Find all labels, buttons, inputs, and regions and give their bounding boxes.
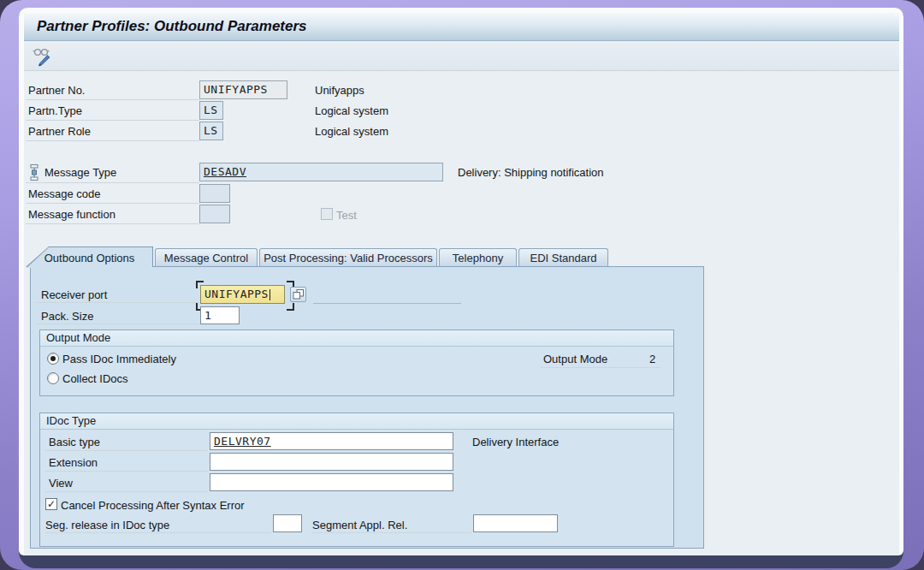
output-mode-group-title: Output Mode [40,330,673,347]
partner-no-field[interactable]: UNIFYAPPS [199,80,287,99]
partner-type-description: Logical system [315,104,388,117]
row-divider [45,471,208,472]
sap-window: Partner Profiles: Outbound Parameters [19,8,903,568]
focus-bracket [196,281,204,288]
basic-type-description: Delivery Interface [472,436,559,448]
possible-entries-icon[interactable] [290,287,306,302]
message-code-field[interactable] [199,184,230,203]
row-divider [35,302,199,303]
partner-type-label: Partn.Type [28,104,82,117]
outbound-options-panel: Receiver port UNIFYAPPS Pack. Size [30,266,704,549]
partner-role-description: Logical system [315,125,388,138]
pass-idoc-immediately-radio[interactable] [47,353,59,365]
page-title: Partner Profiles: Outbound Parameters [37,18,307,35]
message-type-label: Message Type [44,166,116,179]
row-divider [26,223,199,224]
view-field[interactable] [210,473,453,491]
basic-type-field[interactable]: DELVRY07 [210,432,453,450]
application-toolbar [24,41,899,71]
partner-role-label: Partner Role [28,125,91,138]
extension-field[interactable] [210,453,453,471]
receiver-port-field[interactable]: UNIFYAPPS [200,285,285,304]
extension-label: Extension [49,456,98,469]
row-divider [35,324,199,324]
cancel-processing-label: Cancel Processing After Syntax Error [61,499,245,512]
row-divider [26,99,199,100]
output-mode-value: 2 [649,353,655,365]
pass-idoc-immediately-label: Pass IDoc Immediately [62,353,176,365]
focus-bracket [287,303,294,311]
message-type-value[interactable]: DESADV [204,165,246,178]
tab-post-processing[interactable]: Post Processing: Valid Processors [259,248,437,266]
display-change-icon[interactable] [31,45,55,68]
test-checkbox [321,208,333,220]
receiver-port-value[interactable]: UNIFYAPPS [204,288,269,300]
output-mode-group: Output Mode Pass IDoc Immediately Collec… [39,330,674,396]
message-function-field[interactable] [199,205,230,223]
row-divider [26,182,199,183]
seg-release-field[interactable] [273,514,302,532]
output-mode-value-label: Output Mode [543,353,607,365]
view-label: View [49,477,73,490]
row-divider [312,532,471,533]
message-type-description: Delivery: Shipping notification [458,166,604,179]
window-surface: Partner Profiles: Outbound Parameters [19,8,903,555]
tab-telephony[interactable]: Telephony [439,248,517,266]
idoc-type-group-title: IDoc Type [40,413,673,430]
empty-field-underline [313,303,461,304]
partner-role-field[interactable]: LS [199,122,223,140]
segment-appl-rel-field[interactable] [473,514,558,532]
message-code-label: Message code [28,187,101,200]
row-divider [45,491,208,492]
message-function-label: Message function [28,208,116,221]
seg-release-label: Seg. release in IDoc type [45,519,169,531]
partner-no-label: Partner No. [28,84,85,97]
basic-type-label: Basic type [49,436,100,448]
row-divider [26,203,199,204]
pack-size-field[interactable]: 1 [200,306,240,324]
row-divider [541,367,660,368]
row-divider [45,450,208,451]
collect-idocs-radio[interactable] [47,372,59,384]
row-divider [45,532,271,533]
app-area: Partner Profiles: Outbound Parameters [24,13,899,555]
collect-idocs-label: Collect IDocs [62,372,128,385]
key-field-icon [29,164,39,181]
idoc-type-group: IDoc Type Basic type DELVRY07 Delivery I… [39,413,674,547]
cancel-processing-checkbox[interactable] [45,498,57,510]
segment-appl-rel-label: Segment Appl. Rel. [312,519,407,531]
title-bar: Partner Profiles: Outbound Parameters [24,13,899,41]
partner-type-field[interactable]: LS [199,101,223,120]
row-divider [26,140,199,141]
row-divider [26,120,199,121]
message-type-field[interactable]: DESADV [199,163,443,181]
test-checkbox-label: Test [336,209,357,222]
screen: Partner Profiles: Outbound Parameters [0,0,924,570]
pack-size-label: Pack. Size [41,310,93,323]
basic-type-value[interactable]: DELVRY07 [214,435,271,448]
tab-message-control[interactable]: Message Control [155,248,258,266]
receiver-port-label: Receiver port [41,288,107,301]
partner-no-description: Unifyapps [315,84,364,97]
tab-edi-standard[interactable]: EDI Standard [518,248,608,266]
text-caret [270,289,270,300]
